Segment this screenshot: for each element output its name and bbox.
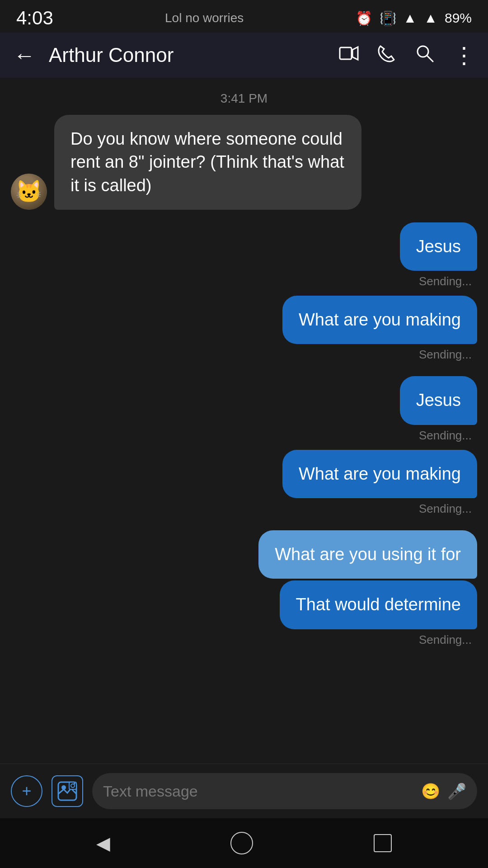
sent-bubble: What are you using it for: [258, 530, 477, 579]
recents-nav-button[interactable]: [374, 834, 392, 852]
svg-point-8: [74, 783, 75, 784]
svg-line-3: [427, 56, 433, 61]
navigation-bar: ◀: [0, 818, 488, 868]
svg-rect-0: [340, 47, 352, 59]
sent-bubble: What are you making: [282, 450, 477, 498]
text-input-container[interactable]: 😊 🎤: [92, 773, 477, 809]
message-row: That would determine: [11, 580, 477, 629]
mic-icon[interactable]: 🎤: [447, 782, 466, 800]
received-bubble: Do you know where someone could rent an …: [54, 115, 361, 210]
search-button[interactable]: [415, 43, 435, 67]
contact-avatar: [11, 174, 47, 210]
add-icon: +: [22, 782, 31, 801]
sent-bubble: Jesus: [400, 222, 477, 271]
video-call-button[interactable]: [339, 43, 359, 67]
sent-bubble: That would determine: [280, 580, 477, 629]
message-row: What are you using it for: [11, 530, 477, 579]
message-row: Jesus: [11, 222, 477, 271]
message-row: What are you making: [11, 296, 477, 344]
alarm-icon: ⏰: [356, 10, 372, 26]
status-icons: ⏰ 📳 ▲ ▲ 89%: [356, 10, 472, 26]
message-status: Sending...: [11, 502, 472, 516]
message-timestamp: 3:41 PM: [11, 91, 477, 106]
chat-area: 3:41 PM Do you know where someone could …: [0, 78, 488, 764]
message-row: Do you know where someone could rent an …: [11, 115, 477, 210]
status-bar: 4:03 Lol no worries ⏰ 📳 ▲ ▲ 89%: [0, 0, 488, 33]
message-status: Sending...: [11, 429, 472, 443]
message-input[interactable]: [103, 783, 414, 800]
home-nav-button[interactable]: [230, 832, 253, 854]
back-button[interactable]: ←: [14, 43, 35, 68]
emoji-icon[interactable]: 😊: [421, 782, 440, 800]
message-status: Sending...: [11, 274, 472, 288]
input-bar: + 😊 🎤: [0, 764, 488, 818]
toolbar-actions: ⋮: [339, 42, 474, 68]
chat-toolbar: ← Arthur Connor ⋮: [0, 33, 488, 78]
signal-icon: ▲: [424, 10, 437, 26]
contact-name: Arthur Connor: [49, 44, 325, 66]
message-status: Sending...: [11, 348, 472, 362]
vibrate-icon: 📳: [380, 10, 396, 26]
back-nav-button[interactable]: ◀: [96, 833, 110, 854]
battery-indicator: 89%: [445, 10, 472, 26]
sent-bubble: What are you making: [282, 296, 477, 344]
media-button[interactable]: [52, 775, 83, 807]
more-options-button[interactable]: ⋮: [453, 42, 474, 68]
message-row: What are you making: [11, 450, 477, 498]
message-row: Jesus: [11, 376, 477, 425]
avatar: [11, 174, 47, 210]
status-notification: Lol no worries: [53, 11, 356, 25]
sent-bubble: Jesus: [400, 376, 477, 425]
message-status: Sending...: [11, 633, 472, 647]
status-time: 4:03: [16, 7, 53, 29]
wifi-icon: ▲: [404, 10, 417, 26]
svg-marker-1: [352, 47, 358, 60]
phone-call-button[interactable]: [377, 43, 397, 67]
add-button[interactable]: +: [11, 775, 42, 807]
